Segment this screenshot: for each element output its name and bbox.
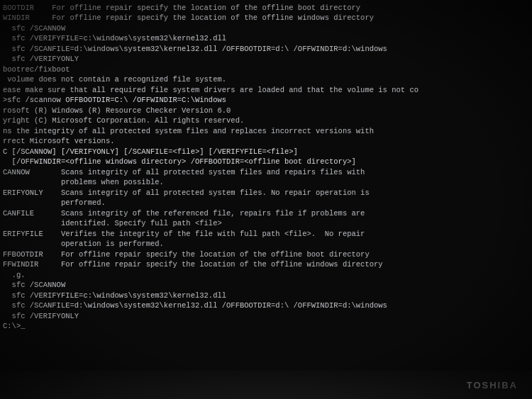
terminal-line: sfc /VERIFYFILE=c:\windows\system32\kern… <box>3 291 528 300</box>
terminal-line: FFBOOTDIR For offline repair specify the… <box>3 249 528 259</box>
bottom-bar: TOSHIBA <box>0 371 532 399</box>
terminal-line: ERIFYONLY Scans integrity of all protect… <box>3 188 528 198</box>
terminal-output: BOOTDIR For offline repair specify the l… <box>0 0 532 371</box>
terminal-line: ns the integrity of all protected system… <box>3 126 528 136</box>
toshiba-logo: TOSHIBA <box>467 380 518 390</box>
terminal-line: yright (C) Microsoft Corporation. All ri… <box>3 116 528 125</box>
terminal-line: FFWINDIR For offline repair specify the … <box>3 259 528 269</box>
terminal-line: rosoft (R) Windows (R) Resource Checker … <box>3 106 528 116</box>
terminal-line: bootrec/fixboot <box>3 64 528 74</box>
terminal-line: WINDIR For offline repair specify the lo… <box>3 13 528 23</box>
terminal-line: C [/SCANNOW] [/VERIFYONLY] [/SCANFILE=<f… <box>3 147 528 157</box>
terminal-line: sfc /SCANNOW <box>3 280 528 290</box>
terminal-line: sfc /SCANFILE=d:\windows\system32\kernel… <box>3 44 528 54</box>
terminal-line: problems when possible. <box>3 177 528 187</box>
terminal-line: sfc /VERIFYONLY <box>3 54 528 64</box>
terminal-line: BOOTDIR For offline repair specify the l… <box>3 3 528 13</box>
terminal-line: performed. <box>3 198 528 208</box>
terminal-line: sfc /VERIFYONLY <box>3 311 528 321</box>
terminal-line: identified. Specify full path <file> <box>3 218 528 228</box>
terminal-line: sfc /SCANNOW <box>3 23 528 33</box>
terminal-line: rrect Microsoft versions. <box>3 136 528 146</box>
terminal-line: operation is performed. <box>3 239 528 249</box>
terminal-line: [/OFFWINDIR=<offline windows directory> … <box>3 157 528 167</box>
terminal-line: CANNOW Scans integrity of all protected … <box>3 167 528 177</box>
terminal-line: >sfc /scannow OFFBOOTDIR=C:\ /OFFWINDIR=… <box>3 95 528 105</box>
terminal-line: ease make sure that all required file sy… <box>3 85 528 95</box>
terminal-line: ERIFYFILE Verifies the integrity of the … <box>3 229 528 239</box>
terminal-line: CANFILE Scans integrity of the reference… <box>3 208 528 218</box>
terminal-line: volume does not contain a recognized fil… <box>3 74 528 84</box>
terminal-line: .g. <box>3 270 528 280</box>
terminal-line: C:\>_ <box>3 321 528 331</box>
terminal-line: sfc /SCANFILE=d:\windows\system32\kernel… <box>3 300 528 310</box>
screen: BOOTDIR For offline repair specify the l… <box>0 0 532 399</box>
terminal-line: sfc /VERIFYFILE=c:\windows\system32\kern… <box>3 33 528 43</box>
